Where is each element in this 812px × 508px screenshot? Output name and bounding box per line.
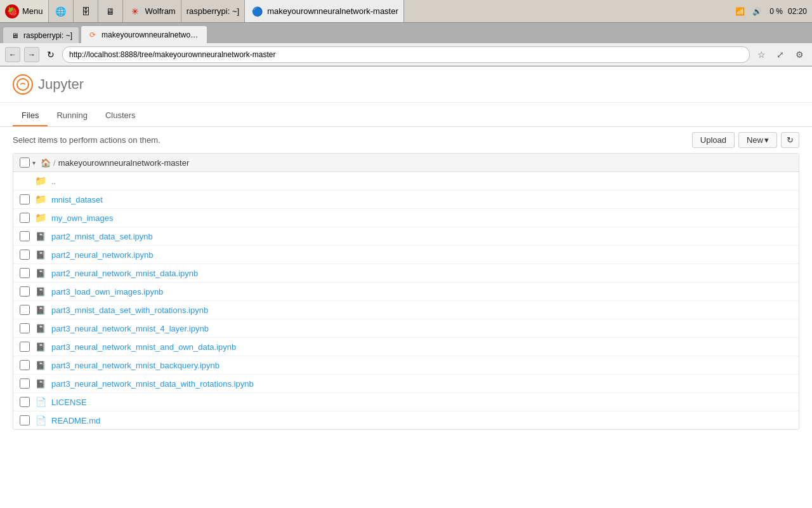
file-link-readme[interactable]: README.md [51, 416, 100, 425]
notebook-icon: 📓 [35, 249, 46, 260]
taskbar: 🍓 Menu 🌐 🗄 🖥 ✳ Wolfram raspberrypi: ~] 🔵… [0, 0, 812, 23]
file-checkbox-nb5[interactable] [20, 305, 30, 315]
tab-running[interactable]: Running [48, 105, 96, 126]
refresh-button[interactable]: ↻ [781, 132, 799, 148]
tab-files[interactable]: Files [13, 105, 48, 126]
file-link-nb6[interactable]: part3_neural_network_mnist_4_layer.ipynb [51, 324, 209, 333]
url-text: http://localhost:8888/tree/makeyourownne… [69, 50, 276, 59]
list-item: 📓 part2_neural_network.ipynb [13, 246, 799, 264]
list-item: 📓 part3_neural_network_mnist_data_with_r… [13, 375, 799, 393]
file-link-mnist-dataset[interactable]: mnist_dataset [51, 195, 103, 204]
sound-icon: 🔊 [750, 6, 764, 17]
list-item: 📄 README.md [13, 411, 799, 429]
list-item: 📄 LICENSE [13, 393, 799, 411]
forward-button[interactable]: → [24, 47, 39, 62]
folder-icon: 📁 [35, 194, 46, 205]
notebook-icon: 📓 [35, 323, 46, 334]
file-checkbox-readme[interactable] [20, 415, 30, 425]
list-item: 📓 part3_neural_network_mnist_backquery.i… [13, 356, 799, 375]
breadcrumb-sep-1: / [53, 158, 56, 168]
browser-tab-jupyter[interactable]: ⟳ makeyourownneuralnetwork... [81, 25, 207, 43]
url-input[interactable]: http://localhost:8888/tree/makeyourownne… [62, 46, 750, 63]
taskbar-wolfram[interactable]: ✳ Wolfram [123, 0, 181, 22]
browser-tab-terminal[interactable]: 🖥 raspberrypi: ~] [3, 27, 79, 43]
breadcrumb-current: makeyourownneuralnetwork-master [58, 158, 190, 168]
file-link-nb4[interactable]: part3_load_own_images.ipynb [51, 287, 163, 297]
file-checkbox-my-own-images[interactable] [20, 213, 30, 223]
parent-dir-label[interactable]: .. [51, 177, 56, 186]
file-link-nb3[interactable]: part2_neural_network_mnist_data.ipynb [51, 269, 198, 278]
file-checkbox-nb3[interactable] [20, 268, 30, 278]
file-list: ▾ 🏠 / makeyourownneuralnetwork-master 📁 … [13, 153, 799, 430]
jupyter-tab-favicon: ⟳ [88, 30, 98, 40]
terminal-tab-label: raspberrypi: ~] [23, 31, 72, 40]
bookmark-button[interactable]: ☆ [754, 47, 769, 62]
select-all-checkbox[interactable] [20, 157, 30, 168]
new-dropdown-icon: ▾ [764, 135, 769, 145]
file-link-nb5[interactable]: part3_mnist_data_set_with_rotations.ipyn… [51, 305, 208, 315]
parent-folder-icon: 📁 [35, 175, 46, 187]
file-checkbox-nb7[interactable] [20, 342, 30, 352]
file-link-nb8[interactable]: part3_neural_network_mnist_backquery.ipy… [51, 361, 219, 370]
file-link-nb2[interactable]: part2_neural_network.ipynb [51, 250, 153, 260]
tab-jupyter-label: makeyourownneuralnetwork-master [267, 6, 398, 16]
menu-label: Menu [22, 6, 43, 16]
file-checkbox-nb4[interactable] [20, 286, 30, 297]
list-item: 📁 mnist_dataset [13, 190, 799, 209]
wolfram-icon: ✳ [128, 4, 142, 18]
file-link-license[interactable]: LICENSE [51, 398, 87, 407]
raspberry-icon: 🍓 [5, 4, 19, 18]
tab-terminal-label: raspberrypi: ~] [187, 6, 239, 16]
file-checkbox-nb8[interactable] [20, 360, 30, 370]
jupyter-logo [13, 74, 33, 95]
checkbox-dropdown[interactable]: ▾ [32, 159, 36, 166]
notebook-icon: 📓 [35, 267, 46, 279]
file-checkbox-nb9[interactable] [20, 378, 30, 389]
toolbar-actions: Upload New ▾ ↻ [692, 132, 799, 148]
file-icon: 📄 [35, 396, 46, 408]
tab-clusters[interactable]: Clusters [96, 105, 145, 126]
jupyter-header: Jupyter [0, 67, 812, 103]
file-list-header: ▾ 🏠 / makeyourownneuralnetwork-master [13, 154, 799, 172]
file-checkbox-nb6[interactable] [20, 323, 30, 333]
folder-icon: 📁 [35, 212, 46, 224]
page-content: Jupyter Files Running Clusters Select it… [0, 67, 812, 508]
back-button[interactable]: ← [5, 47, 20, 62]
upload-button[interactable]: Upload [692, 132, 735, 148]
file-link-nb9[interactable]: part3_neural_network_mnist_data_with_rot… [51, 379, 254, 389]
taskbar-globe[interactable]: 🌐 [49, 0, 74, 22]
file-link-my-own-images[interactable]: my_own_images [51, 213, 114, 223]
taskbar-menu[interactable]: 🍓 Menu [0, 0, 49, 22]
reload-button[interactable]: ↻ [43, 47, 58, 62]
file-link-nb1[interactable]: part2_mnist_data_set.ipynb [51, 232, 153, 241]
taskbar-tab-jupyter[interactable]: 🔵 makeyourownneuralnetwork-master [245, 0, 404, 22]
toolbar-message: Select items to perform actions on them. [13, 135, 160, 145]
file-checkbox-license[interactable] [20, 397, 30, 407]
file-checkbox-mnist-dataset[interactable] [20, 194, 30, 204]
fullscreen-button[interactable]: ⤢ [773, 47, 788, 62]
list-item: 📓 part2_neural_network_mnist_data.ipynb [13, 264, 799, 283]
breadcrumb-home[interactable]: 🏠 [41, 158, 51, 168]
file-checkbox-nb2[interactable] [20, 250, 30, 260]
new-button[interactable]: New ▾ [738, 132, 777, 148]
settings-button[interactable]: ⚙ [792, 47, 807, 62]
jupyter-title: Jupyter [38, 76, 84, 93]
svg-point-0 [17, 79, 29, 90]
files-icon: 🗄 [79, 4, 93, 18]
notebook-icon: 📓 [35, 341, 46, 352]
file-row-parent: 📁 .. [13, 172, 799, 190]
taskbar-files[interactable]: 🗄 [74, 0, 98, 22]
notebook-icon: 📓 [35, 231, 46, 242]
new-button-label: New [747, 135, 763, 145]
terminal-tab-favicon: 🖥 [10, 30, 20, 41]
file-checkbox-nb1[interactable] [20, 231, 30, 241]
clock: 02:20 [788, 7, 807, 16]
file-link-nb7[interactable]: part3_neural_network_mnist_and_own_data.… [51, 342, 236, 352]
header-checkbox-area: ▾ [20, 157, 36, 168]
taskbar-terminal[interactable]: 🖥 [98, 0, 123, 22]
battery-status: 0 % [767, 6, 785, 17]
taskbar-tab-terminal[interactable]: raspberrypi: ~] [181, 0, 245, 22]
browser-tabs-bar: 🖥 raspberrypi: ~] ⟳ makeyourownneuralnet… [0, 23, 812, 43]
list-item: 📓 part3_mnist_data_set_with_rotations.ip… [13, 301, 799, 319]
wifi-icon: 📶 [733, 6, 747, 17]
